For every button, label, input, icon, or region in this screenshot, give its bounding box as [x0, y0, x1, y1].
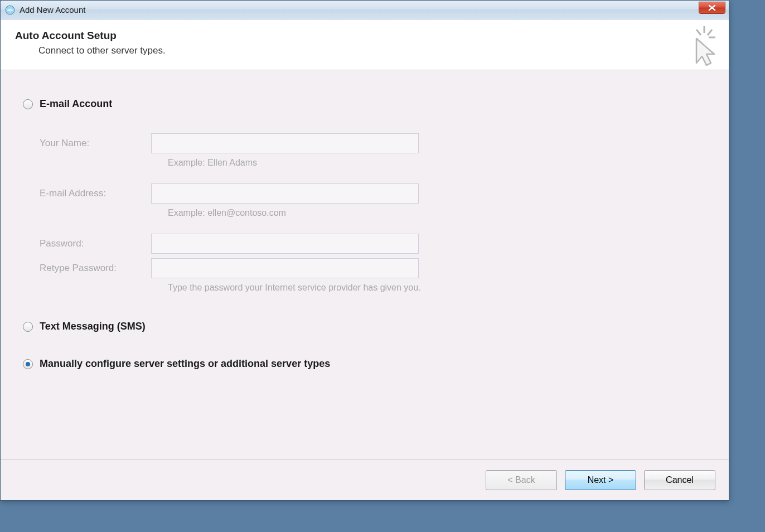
cursor-click-icon [680, 25, 719, 64]
email-form: Your Name: Example: Ellen Adams E-mail A… [40, 133, 706, 293]
close-icon [708, 4, 716, 11]
titlebar[interactable]: Add New Account [1, 1, 729, 20]
email-hint: Example: ellen@contoso.com [151, 208, 706, 218]
radio-sms-label: Text Messaging (SMS) [40, 321, 146, 332]
email-label: E-mail Address: [40, 188, 151, 199]
email-input [151, 183, 419, 204]
name-label: Your Name: [40, 138, 151, 149]
back-button: < Back [486, 470, 557, 490]
wizard-header: Auto Account Setup Connect to other serv… [1, 20, 729, 70]
svg-line-2 [708, 30, 712, 35]
wizard-subtitle: Connect to other server types. [38, 45, 714, 56]
retype-password-label: Retype Password: [40, 263, 151, 274]
password-hint: Type the password your Internet service … [151, 283, 706, 293]
retype-password-input [151, 258, 419, 278]
name-hint: Example: Ellen Adams [151, 158, 706, 168]
name-input [151, 133, 419, 153]
option-email-account[interactable]: E-mail Account [23, 98, 706, 110]
window-title: Add New Account [20, 5, 85, 14]
radio-sms[interactable] [23, 322, 33, 332]
radio-email[interactable] [23, 99, 33, 109]
close-button[interactable] [699, 2, 725, 14]
radio-email-label: E-mail Account [40, 98, 112, 110]
radio-manual[interactable] [23, 359, 33, 369]
svg-line-4 [696, 30, 701, 35]
option-sms[interactable]: Text Messaging (SMS) [23, 321, 706, 332]
add-account-window: Add New Account Auto Account Setup Conne… [0, 0, 729, 501]
password-input [151, 234, 419, 254]
wizard-content: E-mail Account Your Name: Example: Ellen… [1, 70, 729, 460]
password-label: Password: [40, 238, 151, 249]
option-manual-config[interactable]: Manually configure server settings or ad… [23, 358, 706, 370]
wizard-footer: < Back Next > Cancel [1, 460, 729, 500]
next-button[interactable]: Next > [565, 470, 636, 490]
app-icon [5, 5, 15, 15]
cancel-button[interactable]: Cancel [644, 470, 715, 490]
wizard-title: Auto Account Setup [15, 30, 714, 42]
radio-manual-label: Manually configure server settings or ad… [40, 358, 330, 370]
radio-dot-icon [26, 362, 30, 366]
